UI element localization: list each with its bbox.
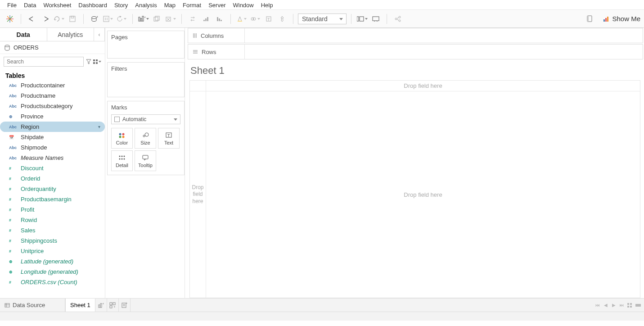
drop-columns-target[interactable]: Drop field here [206,81,640,91]
show-cards-button[interactable] [356,13,369,25]
presentation-button[interactable] [369,13,382,25]
search-input[interactable] [4,57,84,67]
clear-button[interactable] [164,13,177,25]
view-mode-icon[interactable] [93,58,101,66]
collapse-pane-button[interactable]: ‹ [94,28,105,41]
menu-file[interactable]: File [5,1,19,9]
field-productsubcategory[interactable]: AbcProductsubcategory [0,101,105,111]
field-unitprice[interactable]: #Unitprice [0,246,105,256]
field-longitude-generated-[interactable]: ⊕Longitude (generated) [0,267,105,277]
columns-shelf[interactable]: Columns [188,28,643,43]
redo-button[interactable] [39,13,52,25]
datasource-item[interactable]: ORDERS [0,41,105,54]
svg-rect-12 [140,18,142,21]
filter-icon[interactable] [86,58,91,66]
svg-rect-42 [587,16,589,22]
menu-data[interactable]: Data [21,1,39,9]
field-sales[interactable]: #Sales [0,225,105,235]
tab-prev-button[interactable]: ◀ [603,302,609,308]
sort-desc-button[interactable] [213,13,226,25]
tab-next-button[interactable]: ▶ [611,302,617,308]
tab-last-button[interactable]: ⏭ [619,302,625,308]
field-orderquantity[interactable]: #Orderquantity [0,184,105,194]
menu-dashboard[interactable]: Dashboard [76,1,110,9]
drop-rows-target[interactable]: Drop field here [190,91,206,298]
menu-map[interactable]: Map [162,1,178,9]
field-orderid[interactable]: #Orderid [0,173,105,184]
field-profit[interactable]: #Profit [0,204,105,215]
highlight-button[interactable] [235,13,248,25]
view-canvas[interactable]: Drop field here Drop field here Drop fie… [189,80,640,298]
field-label: Discount [21,165,44,172]
refresh-button[interactable] [115,13,128,25]
menu-help[interactable]: Help [258,1,276,9]
mark-color-button[interactable]: Color [111,128,133,149]
field-shipmode[interactable]: AbcShipmode [0,142,105,153]
menu-worksheet[interactable]: Worksheet [41,1,74,9]
sheet-tab-1[interactable]: Sheet 1 [65,298,95,312]
field-region[interactable]: AbcRegion [0,122,105,132]
menu-server[interactable]: Server [206,1,228,9]
field-label: Province [21,113,44,120]
tab-filmstrip-icon[interactable] [635,302,641,308]
menu-analysis[interactable]: Analysis [132,1,159,9]
field-shipdate[interactable]: 📅Shipdate [0,132,105,142]
save-button[interactable] [66,13,79,25]
field-productname[interactable]: AbcProductname [0,91,105,101]
mark-detail-button[interactable]: Detail [111,150,133,171]
field-label: Region [21,123,39,130]
field-productcontainer[interactable]: AbcProductcontainer [0,80,105,91]
revert-button[interactable] [53,13,65,25]
sheet-title[interactable]: Sheet 1 [190,65,640,77]
new-story-button[interactable]: + [119,299,131,312]
menu-story[interactable]: Story [112,1,131,9]
field-discount[interactable]: #Discount [0,163,105,173]
group-button[interactable] [249,13,261,25]
drop-main-target[interactable]: Drop field here [206,91,640,298]
tableau-logo-icon[interactable] [4,13,16,25]
menu-window[interactable]: Window [230,1,256,9]
pages-shelf[interactable]: Pages [107,31,185,59]
mark-text-button[interactable]: TText [158,128,180,149]
sort-asc-button[interactable] [200,13,212,25]
field-measure-names[interactable]: AbcMeasure Names [0,153,105,163]
new-dashboard-button[interactable]: + [107,299,119,312]
undo-button[interactable] [26,13,38,25]
tooltip-icon [142,154,149,162]
svg-text:+: + [144,16,145,19]
filters-shelf[interactable]: Filters [107,62,185,97]
show-me-button[interactable]: Show Me [603,15,640,23]
field-rowid[interactable]: #Rowid [0,215,105,225]
field-latitude-generated-[interactable]: ⊕Latitude (generated) [0,256,105,267]
labels-button[interactable]: T [262,13,275,25]
field-type-icon: Abc [9,125,17,129]
field-productbasemargin[interactable]: #Productbasemargin [0,194,105,204]
share-button[interactable] [392,13,404,25]
svg-point-36 [395,18,397,20]
field-shippingcosts[interactable]: #Shippingcosts [0,235,105,246]
tab-sorter-icon[interactable] [627,302,633,308]
new-worksheet-button[interactable]: + [137,13,150,25]
data-source-tab[interactable]: Data Source [0,299,65,312]
data-tab[interactable]: Data [0,28,47,41]
mark-type-dropdown[interactable]: Automatic [111,114,180,124]
pin-button[interactable] [276,13,288,25]
duplicate-button[interactable] [151,13,163,25]
svg-point-55 [143,135,145,137]
pause-updates-button[interactable] [102,13,114,25]
svg-point-63 [122,158,123,160]
mark-tooltip-button[interactable]: Tooltip [135,150,156,171]
toolbar: + + T Standard Show Me [0,10,644,28]
swap-button[interactable] [186,13,199,25]
analytics-tab[interactable]: Analytics [47,28,95,41]
field-province[interactable]: ⊕Province [0,111,105,122]
data-guide-button[interactable] [583,13,596,25]
menu-format[interactable]: Format [180,1,204,9]
tab-first-button[interactable]: ⏮ [594,302,601,308]
mark-size-button[interactable]: Size [135,128,156,149]
new-sheet-button[interactable]: + [95,299,107,312]
rows-shelf[interactable]: Rows [188,44,643,59]
new-datasource-button[interactable]: + [88,13,101,25]
fit-dropdown[interactable]: Standard [298,14,347,24]
field-orders-csv-count-[interactable]: #ORDERS.csv (Count) [0,277,105,287]
